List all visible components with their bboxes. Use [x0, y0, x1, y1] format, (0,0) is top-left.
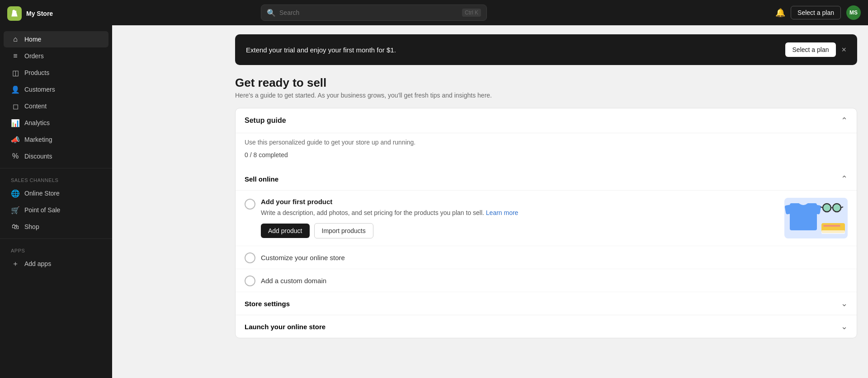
sidebar-item-label: Online Store: [24, 190, 60, 197]
launch-store-title: Launch your online store: [245, 323, 326, 331]
sidebar-item-label: Content: [24, 103, 47, 110]
task-illustration: [784, 198, 848, 238]
customers-icon: 👤: [11, 85, 20, 94]
setup-guide-card: Setup guide ⌃ Use this personalized guid…: [235, 108, 857, 338]
task-actions: Add product Import products: [261, 223, 779, 238]
sidebar-item-shop[interactable]: 🛍 Shop: [4, 219, 108, 235]
sales-channels-label: Sales channels: [0, 172, 112, 185]
pos-icon: 🛒: [11, 205, 20, 215]
shop-icon: 🛍: [11, 222, 20, 231]
task-title: Add your first product: [261, 198, 779, 205]
store-name: My Store: [26, 10, 53, 17]
sidebar-item-customers[interactable]: 👤 Customers: [4, 81, 108, 98]
learn-more-link[interactable]: Learn more: [486, 209, 519, 216]
sell-online-chevron: ⌃: [841, 174, 848, 184]
sidebar-divider-2: [0, 238, 112, 239]
search-icon: 🔍: [267, 9, 276, 17]
page-subtitle: Here's a guide to get started. As your b…: [235, 92, 857, 99]
task-content: Add your first product Write a descripti…: [261, 198, 779, 238]
task-add-product: Add your first product Write a descripti…: [236, 191, 857, 246]
svg-point-5: [833, 204, 841, 212]
banner-actions: Select a plan ×: [785, 42, 846, 57]
setup-progress: 0 / 8 completed: [245, 149, 848, 164]
products-icon: ◫: [11, 68, 20, 77]
content-icon: ◻: [11, 102, 20, 111]
avatar[interactable]: MS: [846, 5, 861, 20]
launch-store-chevron: ⌄: [841, 322, 848, 331]
discounts-icon: %: [11, 152, 20, 161]
online-store-icon: 🌐: [11, 189, 20, 198]
sidebar-header[interactable]: My Store: [0, 0, 112, 27]
sidebar-item-add-apps[interactable]: ＋ Add apps: [4, 256, 108, 272]
sidebar-item-label: Discounts: [24, 153, 52, 160]
sidebar-item-analytics[interactable]: 📊 Analytics: [4, 115, 108, 131]
sell-online-title: Sell online: [245, 175, 278, 183]
task-checkbox-2[interactable]: [245, 252, 255, 263]
sidebar-item-point-of-sale[interactable]: 🛒 Point of Sale: [4, 202, 108, 218]
svg-point-4: [823, 204, 831, 212]
launch-store-header[interactable]: Launch your online store ⌄: [236, 315, 857, 338]
banner-text: Extend your trial and enjoy your first m…: [246, 46, 396, 54]
import-products-button[interactable]: Import products: [314, 223, 373, 238]
orders-icon: ≡: [11, 51, 20, 61]
task-desc: Write a description, add photos, and set…: [261, 208, 779, 218]
sidebar-item-label: Products: [24, 69, 49, 76]
search-shortcut: Ctrl K: [462, 9, 481, 17]
sidebar-item-label: Home: [24, 36, 41, 43]
setup-guide-header[interactable]: Setup guide ⌃: [236, 108, 857, 133]
setup-guide-title: Setup guide: [245, 117, 286, 125]
add-product-button[interactable]: Add product: [261, 224, 310, 238]
analytics-icon: 📊: [11, 118, 20, 127]
sidebar: My Store ⌂ Home ≡ Orders ◫ Products 👤 Cu…: [0, 0, 112, 378]
store-settings-chevron: ⌄: [841, 299, 848, 308]
add-apps-icon: ＋: [11, 259, 20, 268]
task-custom-domain[interactable]: Add a custom domain: [236, 269, 857, 292]
home-icon: ⌂: [11, 35, 20, 44]
sidebar-item-content[interactable]: ◻ Content: [4, 98, 108, 114]
banner-select-plan-button[interactable]: Select a plan: [785, 42, 836, 57]
sidebar-item-label: Shop: [24, 223, 39, 230]
sidebar-item-label: Customers: [24, 86, 55, 93]
apps-section-label: Apps: [0, 243, 112, 255]
shopify-logo: [7, 6, 22, 21]
sidebar-item-label: Orders: [24, 52, 44, 60]
banner-close-button[interactable]: ×: [841, 45, 846, 55]
notifications-icon[interactable]: 🔔: [775, 8, 785, 18]
topbar-right: 🔔 Select a plan MS: [775, 5, 861, 20]
customize-task-title: Customize your online store: [261, 254, 345, 261]
task-customize-store[interactable]: Customize your online store: [236, 246, 857, 269]
store-settings-header[interactable]: Store settings ⌄: [236, 292, 857, 315]
marketing-icon: 📣: [11, 135, 20, 144]
topbar: 🔍 Ctrl K 🔔 Select a plan MS: [112, 0, 868, 25]
sidebar-item-label: Add apps: [24, 260, 51, 267]
setup-guide-body: Use this personalized guide to get your …: [236, 133, 857, 168]
setup-guide-desc: Use this personalized guide to get your …: [245, 133, 848, 149]
page-title: Get ready to sell: [235, 76, 857, 90]
sidebar-item-orders[interactable]: ≡ Orders: [4, 48, 108, 64]
setup-guide-chevron: ⌃: [841, 116, 848, 126]
task-checkbox-3[interactable]: [245, 275, 255, 286]
sidebar-divider: [0, 168, 112, 168]
search-input[interactable]: [279, 9, 458, 16]
task-checkbox[interactable]: [245, 199, 255, 210]
sidebar-item-label: Point of Sale: [24, 206, 60, 214]
sidebar-item-home[interactable]: ⌂ Home: [4, 31, 108, 47]
main-content: Extend your trial and enjoy your first m…: [224, 25, 868, 378]
sidebar-item-products[interactable]: ◫ Products: [4, 65, 108, 81]
store-settings-title: Store settings: [245, 300, 290, 308]
svg-rect-10: [821, 230, 845, 234]
sidebar-item-label: Marketing: [24, 136, 52, 143]
sidebar-item-discounts[interactable]: % Discounts: [4, 148, 108, 164]
svg-rect-1: [790, 203, 817, 230]
topbar-select-plan-button[interactable]: Select a plan: [791, 6, 841, 19]
trial-banner: Extend your trial and enjoy your first m…: [235, 34, 857, 65]
sidebar-item-label: Analytics: [24, 119, 50, 126]
sell-online-header[interactable]: Sell online ⌃: [236, 168, 857, 191]
sidebar-item-online-store[interactable]: 🌐 Online Store: [4, 185, 108, 201]
search-bar[interactable]: 🔍 Ctrl K: [261, 5, 487, 21]
domain-task-title: Add a custom domain: [261, 277, 326, 285]
svg-rect-11: [823, 225, 840, 227]
sidebar-nav: ⌂ Home ≡ Orders ◫ Products 👤 Customers ◻…: [0, 27, 112, 378]
sidebar-item-marketing[interactable]: 📣 Marketing: [4, 131, 108, 148]
